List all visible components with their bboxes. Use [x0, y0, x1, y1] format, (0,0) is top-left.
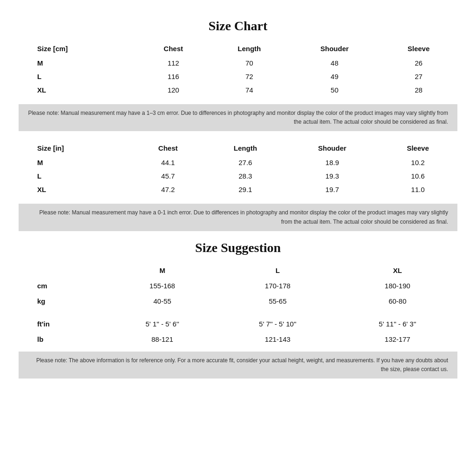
in-size-table: Size [in] Chest Length Shouder Sleeve M … — [19, 140, 457, 196]
cm-notice: Please note: Manual measurement may have… — [19, 104, 457, 131]
in-row3-sleeve: 11.0 — [378, 183, 457, 196]
sug-row1-m: 155-168 — [107, 278, 218, 293]
in-row1-sleeve: 10.2 — [378, 156, 457, 169]
sug-header-m: M — [107, 263, 218, 278]
in-row2-size: L — [19, 169, 132, 183]
sug-header-blank — [19, 263, 107, 278]
cm-row2-sleeve: 27 — [380, 70, 457, 83]
cm-row2-size: L — [19, 70, 138, 83]
cm-row1-size: M — [19, 56, 138, 70]
cm-header-chest: Chest — [138, 41, 210, 56]
in-row1-chest: 44.1 — [132, 156, 205, 169]
cm-row3-chest: 120 — [138, 83, 210, 97]
cm-row2-length: 72 — [209, 70, 289, 83]
table-row: M 112 70 48 26 — [19, 56, 457, 70]
table-row: kg 40-55 55-65 60-80 — [19, 293, 457, 309]
suggestion-title: Size Suggestion — [19, 240, 457, 255]
in-row2-chest: 45.7 — [132, 169, 205, 183]
sug-row4-xl: 132-177 — [337, 332, 457, 347]
cm-row2-shoulder: 49 — [289, 70, 380, 83]
page-title: Size Chart — [19, 19, 457, 33]
cm-header-size: Size [cm] — [19, 41, 138, 56]
sug-row3-xl: 5' 11'' - 6' 3'' — [337, 316, 457, 332]
in-row3-length: 29.1 — [205, 183, 286, 196]
sug-row1-xl: 180-190 — [337, 278, 457, 293]
sug-row1-l: 170-178 — [218, 278, 337, 293]
sug-header-xl: XL — [337, 263, 457, 278]
sug-row2-m: 40-55 — [107, 293, 218, 309]
table-row: cm 155-168 170-178 180-190 — [19, 278, 457, 293]
in-header-chest: Chest — [132, 140, 205, 156]
table-row: ft'in 5' 1'' - 5' 6'' 5' 7'' - 5' 10'' 5… — [19, 316, 457, 332]
sug-row3-unit: ft'in — [19, 316, 107, 332]
table-row: L 45.7 28.3 19.3 10.6 — [19, 169, 457, 183]
in-header-length: Length — [205, 140, 286, 156]
cm-header-sleeve: Sleeve — [380, 41, 457, 56]
table-row: lb 88-121 121-143 132-177 — [19, 332, 457, 347]
sug-row3-l: 5' 7'' - 5' 10'' — [218, 316, 337, 332]
sug-row3-m: 5' 1'' - 5' 6'' — [107, 316, 218, 332]
in-row3-chest: 47.2 — [132, 183, 205, 196]
in-row3-size: XL — [19, 183, 132, 196]
sug-header-l: L — [218, 263, 337, 278]
in-row3-shoulder: 19.7 — [286, 183, 378, 196]
suggestion-notice: Please note: The above information is fo… — [19, 352, 457, 379]
table-row: L 116 72 49 27 — [19, 70, 457, 83]
cm-row3-size: XL — [19, 83, 138, 97]
in-row2-shoulder: 19.3 — [286, 169, 378, 183]
in-row2-sleeve: 10.6 — [378, 169, 457, 183]
sug-row2-l: 55-65 — [218, 293, 337, 309]
cm-size-table: Size [cm] Chest Length Shouder Sleeve M … — [19, 41, 457, 97]
cm-row1-chest: 112 — [138, 56, 210, 70]
cm-row3-shoulder: 50 — [289, 83, 380, 97]
sug-row2-xl: 60-80 — [337, 293, 457, 309]
table-row: XL 47.2 29.1 19.7 11.0 — [19, 183, 457, 196]
cm-row3-sleeve: 28 — [380, 83, 457, 97]
suggestion-table: M L XL cm 155-168 170-178 180-190 kg 40-… — [19, 263, 457, 347]
sug-row1-unit: cm — [19, 278, 107, 293]
cm-row3-length: 74 — [209, 83, 289, 97]
in-row1-length: 27.6 — [205, 156, 286, 169]
sug-row4-unit: lb — [19, 332, 107, 347]
spacer-row — [19, 309, 457, 316]
cm-header-length: Length — [209, 41, 289, 56]
sug-row2-unit: kg — [19, 293, 107, 309]
table-row: M 44.1 27.6 18.9 10.2 — [19, 156, 457, 169]
in-header-shoulder: Shouder — [286, 140, 378, 156]
table-row: XL 120 74 50 28 — [19, 83, 457, 97]
cm-header-shoulder: Shouder — [289, 41, 380, 56]
sug-row4-l: 121-143 — [218, 332, 337, 347]
in-row2-length: 28.3 — [205, 169, 286, 183]
sug-row4-m: 88-121 — [107, 332, 218, 347]
in-header-sleeve: Sleeve — [378, 140, 457, 156]
cm-row1-length: 70 — [209, 56, 289, 70]
in-header-size: Size [in] — [19, 140, 132, 156]
cm-row1-shoulder: 48 — [289, 56, 380, 70]
cm-row1-sleeve: 26 — [380, 56, 457, 70]
in-row1-shoulder: 18.9 — [286, 156, 378, 169]
cm-row2-chest: 116 — [138, 70, 210, 83]
in-notice: Please note: Manual measurement may have… — [19, 204, 457, 231]
in-row1-size: M — [19, 156, 132, 169]
